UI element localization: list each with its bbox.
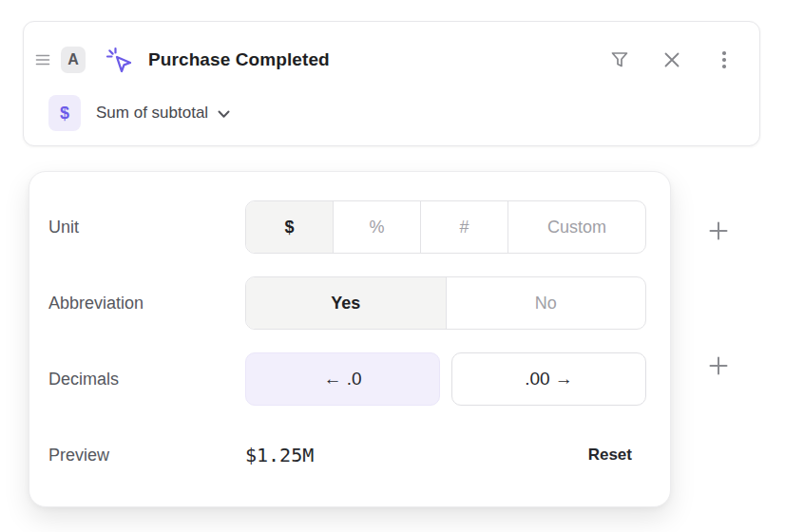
metric-label: Sum of subtotal: [96, 104, 208, 123]
decimals-row: Decimals ← .0 .00 →: [48, 352, 644, 406]
reset-button[interactable]: Reset: [588, 446, 632, 465]
drag-handle-icon[interactable]: [35, 53, 50, 66]
close-icon[interactable]: [661, 49, 682, 70]
abbreviation-row: Abbreviation Yes No: [48, 276, 644, 330]
unit-option-percent[interactable]: %: [333, 201, 420, 253]
abbreviation-option-no[interactable]: No: [446, 277, 646, 329]
unit-option-custom[interactable]: Custom: [507, 201, 645, 253]
event-card: A Purchase Completed $: [23, 21, 760, 146]
more-options-icon[interactable]: [714, 49, 735, 70]
decrease-decimals-button[interactable]: ← .0: [245, 352, 440, 406]
currency-badge: $: [48, 95, 81, 131]
abbreviation-option-yes[interactable]: Yes: [246, 277, 446, 329]
filter-icon[interactable]: [609, 49, 630, 70]
event-title: Purchase Completed: [148, 49, 330, 70]
preview-label: Preview: [48, 446, 245, 466]
preview-row: Preview $1.25M Reset: [48, 428, 644, 482]
unit-option-dollar[interactable]: $: [246, 201, 333, 253]
decimals-label: Decimals: [48, 370, 245, 390]
unit-row: Unit $ % # Custom: [48, 200, 644, 254]
unit-segmented-control: $ % # Custom: [245, 200, 646, 254]
metric-selector[interactable]: $ Sum of subtotal: [24, 95, 759, 131]
increase-decimals-button[interactable]: .00 →: [451, 352, 646, 406]
abbreviation-label: Abbreviation: [48, 294, 245, 314]
add-metric-icon[interactable]: [707, 354, 730, 377]
preview-value: $1.25M: [245, 444, 314, 466]
abbreviation-segmented-control: Yes No: [245, 276, 646, 330]
format-settings-panel: Unit $ % # Custom Abbreviation Yes No De…: [29, 171, 671, 507]
event-click-icon: [105, 47, 132, 73]
preview-cell: $1.25M Reset: [245, 444, 646, 466]
event-card-header: A Purchase Completed: [24, 43, 759, 77]
add-event-icon[interactable]: [707, 219, 730, 242]
decimals-controls: ← .0 .00 →: [245, 352, 646, 406]
chevron-down-icon: [218, 110, 230, 119]
event-letter-badge: A: [61, 47, 86, 73]
unit-option-number[interactable]: #: [420, 201, 507, 253]
unit-label: Unit: [48, 218, 245, 238]
